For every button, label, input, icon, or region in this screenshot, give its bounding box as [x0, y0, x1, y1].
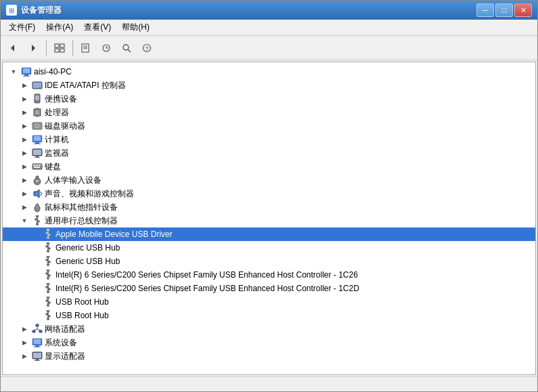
menu-action[interactable]: 操作(A) [41, 20, 79, 35]
audio-label: 声音、视频和游戏控制器 [45, 188, 134, 200]
tree-item-apple-usb[interactable]: Apple Mobile Device USB Driver [3, 227, 535, 241]
tree-item-monitor[interactable]: ▶ 监视器 [3, 146, 535, 160]
apple-usb-label: Apple Mobile Device USB Driver [55, 230, 173, 239]
properties-button[interactable] [76, 39, 95, 58]
network-label: 网络适配器 [45, 324, 85, 335]
tree-item-system[interactable]: ▶ 系统设备 [3, 336, 535, 349]
root2-label: USB Root Hub [55, 311, 109, 320]
tree-item-generic-hub1[interactable]: Generic USB Hub [3, 241, 535, 255]
hid-toggle[interactable]: ▶ [19, 175, 30, 186]
tree-item-disk[interactable]: ▶ 磁盘驱动器 [3, 119, 535, 133]
intel1-label: Intel(R) 6 Series/C200 Series Chipset Fa… [55, 270, 358, 280]
menu-view[interactable]: 查看(V) [79, 20, 116, 35]
processor-toggle[interactable]: ▶ [19, 107, 30, 118]
usb-toggle[interactable]: ▼ [19, 215, 30, 226]
forward-button[interactable] [24, 39, 43, 58]
tree-item-processor[interactable]: ▶ 处理器 [3, 106, 535, 119]
root1-icon [43, 297, 53, 307]
show-all-button[interactable] [50, 39, 69, 58]
intel2-icon [43, 283, 53, 294]
network-toggle[interactable]: ▶ [19, 324, 30, 334]
svg-rect-90 [46, 313, 48, 315]
menu-file[interactable]: 文件(F) [3, 20, 41, 35]
svg-rect-37 [34, 144, 41, 144]
system-icon [32, 337, 43, 348]
svg-point-85 [47, 297, 49, 299]
system-label: 系统设备 [45, 337, 77, 349]
tree-item-usb[interactable]: ▼ 通用串行总线控制器 [3, 214, 535, 227]
svg-rect-16 [23, 68, 30, 73]
device-manager-window: ⊞ 设备管理器 ─ □ ✕ 文件(F) 操作(A) 查看(V) 帮助(H) [0, 0, 538, 392]
svg-rect-91 [48, 315, 50, 317]
svg-rect-29 [36, 116, 37, 117]
minimize-button[interactable]: ─ [476, 3, 494, 17]
help-icon-button[interactable]: ? [137, 39, 156, 58]
display-toggle[interactable]: ▶ [19, 351, 30, 362]
tree-item-computer[interactable]: ▶ 计算机 [3, 133, 535, 146]
svg-rect-41 [35, 157, 40, 158]
ide-toggle[interactable]: ▶ [19, 80, 30, 91]
computer-toggle[interactable]: ▶ [19, 134, 30, 145]
svg-rect-4 [55, 49, 59, 52]
monitor-toggle[interactable]: ▶ [19, 148, 30, 158]
menu-help[interactable]: 帮助(H) [116, 20, 155, 35]
tree-item-network[interactable]: ▶ 网络适配器 [3, 322, 535, 336]
monitor-label: 监视器 [45, 148, 69, 159]
svg-rect-102 [34, 347, 41, 347]
back-button[interactable] [3, 39, 22, 58]
svg-rect-6 [82, 44, 89, 52]
intel1-icon [43, 269, 53, 280]
tree-item-keyboard[interactable]: ▶ 键盘 [3, 160, 535, 173]
svg-point-88 [47, 305, 49, 307]
svg-rect-87 [48, 302, 50, 303]
portable-toggle[interactable]: ▶ [19, 93, 30, 104]
hub2-toggle [30, 256, 41, 267]
tree-item-audio[interactable]: ▶ 声音、视频和游戏控制器 [3, 187, 535, 200]
window-title: 设备管理器 [21, 5, 62, 16]
scan-button[interactable] [117, 39, 136, 58]
tree-item-ide[interactable]: ▶ IDE ATA/ATAPI 控制器 [3, 79, 535, 92]
keyboard-toggle[interactable]: ▶ [19, 161, 30, 172]
update-driver-button[interactable] [97, 39, 116, 58]
system-toggle[interactable]: ▶ [19, 337, 30, 348]
svg-rect-46 [34, 167, 40, 168]
svg-rect-30 [38, 116, 39, 117]
close-button[interactable]: ✕ [514, 3, 532, 17]
disk-toggle[interactable]: ▶ [19, 121, 30, 131]
root1-label: USB Root Hub [55, 297, 109, 307]
device-tree[interactable]: ▼ aisi-40-PC ▶ IDE ATA/A [2, 62, 536, 375]
tree-item-portable[interactable]: ▶ 便携设备 [3, 92, 535, 106]
tree-item-display[interactable]: ▶ 显示适配器 [3, 349, 535, 363]
display-label: 显示适配器 [45, 351, 85, 362]
svg-point-72 [47, 251, 49, 253]
svg-rect-48 [36, 176, 39, 179]
mouse-toggle[interactable]: ▶ [19, 202, 30, 213]
maximize-button[interactable]: □ [495, 3, 513, 17]
svg-rect-101 [35, 345, 39, 347]
computer-icon [32, 134, 43, 145]
audio-toggle[interactable]: ▶ [19, 188, 30, 199]
root-icon [21, 66, 32, 77]
tree-item-intel-usb2[interactable]: Intel(R) 6 Series/C200 Series Chipset Fa… [3, 282, 535, 295]
intel1-toggle [30, 269, 41, 280]
svg-rect-40 [36, 156, 39, 157]
tree-item-usb-root2[interactable]: USB Root Hub [3, 309, 535, 322]
svg-point-84 [47, 291, 49, 293]
svg-point-62 [37, 223, 39, 225]
tree-item-hid[interactable]: ▶ 人体学输入设备 [3, 173, 535, 187]
apple-usb-icon [43, 229, 53, 240]
root-toggle[interactable]: ▼ [8, 66, 19, 77]
tree-item-generic-hub2[interactable]: Generic USB Hub [3, 255, 535, 268]
tree-root[interactable]: ▼ aisi-40-PC [3, 65, 535, 79]
svg-rect-82 [46, 286, 48, 288]
hub1-toggle [30, 242, 41, 253]
tree-item-intel-usb1[interactable]: Intel(R) 6 Series/C200 Series Chipset Fa… [3, 268, 535, 282]
svg-rect-94 [32, 330, 35, 332]
svg-point-11 [123, 45, 129, 50]
svg-point-76 [47, 264, 49, 266]
hub2-icon [43, 256, 53, 267]
svg-rect-105 [36, 359, 39, 360]
tree-item-usb-root1[interactable]: USB Root Hub [3, 295, 535, 309]
audio-icon [32, 188, 43, 199]
tree-item-mouse[interactable]: ▶ 鼠标和其他指针设备 [3, 200, 535, 214]
